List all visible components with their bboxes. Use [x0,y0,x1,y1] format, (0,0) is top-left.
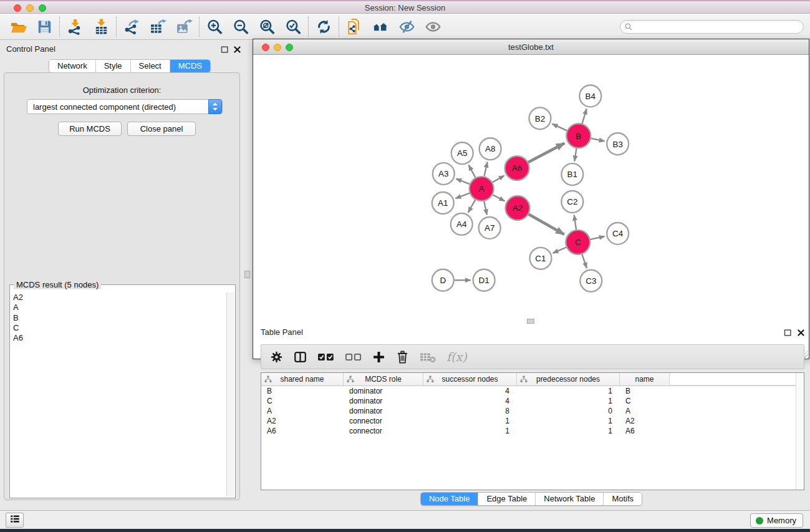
network-window-titlebar[interactable]: testGlobe.txt [253,39,809,55]
float-panel-icon[interactable] [220,45,229,54]
deselect-all-checkboxes-icon[interactable] [345,349,362,365]
graph-edge-C-C2[interactable] [574,215,576,230]
result-item[interactable]: A6 [11,333,225,343]
add-column-icon[interactable] [372,349,385,365]
cell-predecessor-nodes[interactable]: 1 [517,426,620,436]
cell-successor-nodes[interactable]: 4 [423,386,517,396]
graph-edge-B-B1[interactable] [574,148,576,162]
cell-name[interactable]: A6 [620,426,670,436]
vertical-divider-handle[interactable] [244,271,250,278]
first-neighbors-icon[interactable] [367,16,393,37]
task-history-button[interactable] [6,513,24,528]
result-list-scrollbar[interactable] [226,293,234,496]
export-table-icon[interactable] [145,16,171,37]
run-mcds-button[interactable]: Run MCDS [58,122,122,136]
result-item[interactable]: C [11,323,225,333]
tab-select[interactable]: Select [131,60,170,72]
result-item[interactable]: B [11,313,225,323]
graph-edge-A2-C[interactable] [529,215,564,235]
cell-name[interactable]: C [620,396,670,406]
delete-column-icon[interactable] [396,349,409,365]
zoom-in-icon[interactable] [201,16,228,37]
close-panel-icon[interactable] [233,45,242,54]
cell-name[interactable]: B [620,386,670,396]
cell-predecessor-nodes[interactable]: 1 [517,396,620,406]
split-table-view-icon[interactable] [294,349,307,365]
graph-node-C1[interactable]: C1 [530,248,552,269]
float-table-panel-icon[interactable] [783,328,793,337]
zoom-selected-icon[interactable] [280,16,306,37]
optimization-criterion-select[interactable]: largest connected component (directed) [27,99,223,114]
graph-node-A5[interactable]: A5 [451,142,473,164]
graph-edge-A-A1[interactable] [455,193,470,198]
table-row[interactable]: A2connector11A2 [261,416,804,426]
cell-predecessor-nodes[interactable]: 0 [517,406,620,416]
network-canvas[interactable]: AA1A2A3A4A5A6A7A8BB1B2B3B4CC1C2C3C4DD1 [253,55,809,359]
column-header-predecessor-nodes[interactable]: predecessor nodes [517,373,620,385]
result-item[interactable]: A [11,302,225,312]
graph-node-A3[interactable]: A3 [433,163,455,185]
cell-predecessor-nodes[interactable]: 1 [517,416,620,426]
memory-button[interactable]: Memory [750,513,803,528]
graph-edge-A-A5[interactable] [469,165,476,178]
graph-edge-C-C1[interactable] [553,248,566,253]
show-all-icon[interactable] [420,16,446,37]
close-panel-button[interactable]: Close panel [127,122,196,136]
graph-node-B[interactable]: B [566,123,591,148]
graph-edge-A-A4[interactable] [468,200,475,212]
table-row[interactable]: Bdominator41B [261,386,804,396]
graph-edge-A6-B[interactable] [528,143,564,163]
export-image-icon[interactable] [171,16,197,37]
graph-node-A4[interactable]: A4 [451,213,473,235]
zoom-fit-icon[interactable] [254,16,280,37]
graph-node-D[interactable]: D [432,269,454,291]
cell-MCDS-role[interactable]: dominator [344,406,423,416]
graph-node-A2[interactable]: A2 [506,196,530,220]
graph-edge-B-B2[interactable] [552,124,567,131]
graph-edge-B-B3[interactable] [591,138,605,142]
graph-edge-A-A7[interactable] [484,201,487,215]
open-file-icon[interactable] [5,16,31,37]
graph-node-C3[interactable]: C3 [580,270,602,292]
graph-edge-A-A6[interactable] [493,175,504,182]
cell-shared-name[interactable]: A [261,406,344,416]
graph-node-D1[interactable]: D1 [473,269,495,291]
cell-shared-name[interactable]: A2 [261,416,344,426]
close-table-panel-icon[interactable] [796,328,806,337]
graph-edge-A-A2[interactable] [493,195,504,201]
tab-mcds[interactable]: MCDS [170,60,210,72]
search-input[interactable] [620,20,804,34]
column-header-successor-nodes[interactable]: successor nodes [423,373,517,385]
tab-motifs[interactable]: Motifs [604,493,642,505]
cell-predecessor-nodes[interactable]: 1 [517,386,620,396]
save-session-icon[interactable] [31,16,57,37]
tab-edge-table[interactable]: Edge Table [478,493,536,505]
cell-shared-name[interactable]: A6 [261,426,344,436]
table-row[interactable]: A6connector11A6 [261,426,804,436]
cell-name[interactable]: A2 [620,416,670,426]
graph-node-A8[interactable]: A8 [480,138,501,160]
graph-node-B2[interactable]: B2 [529,107,551,129]
graph-edge-C-C3[interactable] [582,254,586,268]
tab-style[interactable]: Style [96,60,131,72]
graph-node-A[interactable]: A [470,177,494,201]
tab-network-table[interactable]: Network Table [536,493,604,505]
cell-MCDS-role[interactable]: connector [344,426,423,436]
graph-node-A7[interactable]: A7 [479,217,501,239]
tab-network[interactable]: Network [49,60,96,72]
cell-successor-nodes[interactable]: 1 [423,426,517,436]
network-from-file-icon[interactable] [341,16,367,37]
graph-edge-B-B4[interactable] [582,109,587,123]
cell-name[interactable]: A [620,406,670,416]
export-network-icon[interactable] [118,16,145,37]
cell-MCDS-role[interactable]: dominator [344,386,423,396]
graph-node-B3[interactable]: B3 [607,133,629,155]
graph-node-C[interactable]: C [566,230,590,254]
column-header-shared-name[interactable]: shared name [261,373,344,385]
table-row[interactable]: Adominator80A [261,406,804,416]
graph-node-C2[interactable]: C2 [561,191,583,213]
table-row[interactable]: Cdominator41C [261,396,804,406]
cell-shared-name[interactable]: C [261,396,344,406]
column-header-name[interactable]: name [620,373,670,385]
zoom-out-icon[interactable] [228,16,254,37]
